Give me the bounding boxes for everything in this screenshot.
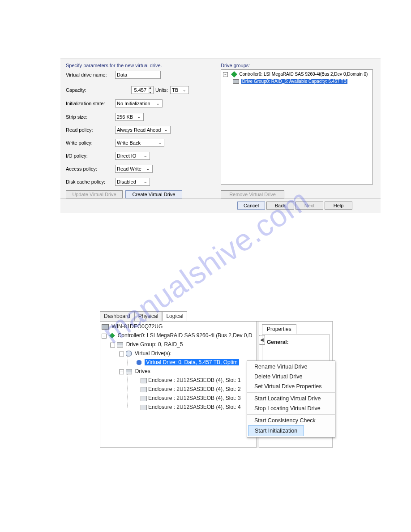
server-icon — [102, 324, 109, 330]
enclosure-icon — [141, 378, 147, 383]
units-label: Units: — [155, 87, 168, 93]
view-tabs: DashboardPhysicalLogical — [100, 311, 333, 322]
tree-host-node[interactable]: WIN-81DEO0Q72UG — [102, 323, 163, 330]
create-virtual-drive-dialog: Specify parameters for the new virtual d… — [60, 58, 381, 213]
cylinder-icon — [126, 351, 132, 356]
read-policy-label: Read policy: — [66, 127, 93, 133]
tab-dashboard[interactable]: Dashboard — [100, 311, 134, 321]
cylinder-icon — [136, 360, 142, 365]
tab-physical[interactable]: Physical — [134, 311, 163, 321]
capacity-spinner[interactable] — [148, 86, 154, 94]
chevron-down-icon: ⌄ — [158, 139, 162, 146]
tree-drive-group-node[interactable]: Drive Group0: RAID_5: Available Capacity… — [233, 79, 347, 84]
virtual-drive-name-field[interactable] — [115, 71, 161, 79]
write-policy-label: Write policy: — [66, 140, 93, 146]
access-policy-label: Access policy: — [66, 166, 97, 172]
tree-drives-node[interactable]: – Drives — [119, 368, 150, 374]
virtual-drive-name-label: Virtual drive name: — [66, 72, 107, 77]
tree-drive-group-node[interactable]: – Drive Group: 0, RAID_5 — [110, 341, 183, 348]
units-select[interactable]: TB⌄ — [170, 86, 189, 94]
init-state-select[interactable]: No Initialization⌄ — [115, 99, 163, 107]
capacity-label: Capacity: — [66, 87, 86, 93]
enclosure-icon — [141, 405, 147, 410]
enclosure-icon — [141, 387, 147, 392]
update-virtual-drive-button[interactable]: Update Virtual Drive — [66, 190, 123, 198]
io-policy-select[interactable]: Direct IO⌄ — [115, 152, 150, 160]
tree-controller-node[interactable]: − Controller0: LSI MegaRAID SAS 9260-4i(… — [223, 72, 368, 77]
help-button[interactable]: Help — [325, 202, 352, 210]
collapse-icon[interactable]: – — [119, 352, 124, 356]
drive-group-icon — [117, 342, 123, 348]
enclosure-icon — [141, 396, 147, 401]
chevron-down-icon: ⌄ — [156, 100, 160, 107]
chevron-down-icon: ⌄ — [144, 178, 147, 185]
chevron-down-icon: ⌄ — [183, 86, 186, 94]
chevron-down-icon: ⌄ — [137, 113, 141, 120]
chevron-down-icon: ⌄ — [164, 126, 168, 133]
tab-properties[interactable]: Properties — [262, 324, 296, 334]
remove-virtual-drive-button[interactable]: Remove Virtual Drive — [221, 190, 284, 198]
tree-enclosure-2[interactable]: Enclosure : 2U12SAS3EOB (4), Slot: 3 — [141, 395, 241, 401]
capacity-field[interactable]: 5.457 — [131, 86, 148, 94]
menu-set-properties[interactable]: Set Virtual Drive Properties — [247, 382, 335, 391]
drive-groups-title: Drive groups: — [221, 63, 250, 68]
diamond-icon — [231, 71, 237, 77]
menu-delete[interactable]: Delete Virtual Drive — [247, 372, 335, 382]
tree-enclosure-0[interactable]: Enclosure : 2U12SAS3EOB (4), Slot: 1 — [141, 377, 241, 383]
collapse-icon[interactable]: − — [223, 72, 228, 77]
io-policy-label: I/O policy: — [66, 153, 88, 159]
tab-logical[interactable]: Logical — [162, 311, 187, 321]
collapse-icon[interactable]: – — [119, 369, 124, 374]
collapse-icon[interactable]: – — [102, 334, 107, 339]
next-button[interactable]: Next — [295, 202, 323, 210]
tree-enclosure-3[interactable]: Enclosure : 2U12SAS3EOB (4), Slot: 4 — [141, 404, 241, 410]
tree-enclosure-1[interactable]: Enclosure : 2U12SAS3EOB (4), Slot: 2 — [141, 386, 241, 392]
back-button[interactable]: Back — [266, 202, 294, 210]
strip-size-select[interactable]: 256 KB⌄ — [115, 113, 144, 121]
create-virtual-drive-button[interactable]: Create Virtual Drive — [125, 190, 182, 198]
virtual-drive-context-menu: Rename Virtual Drive Delete Virtual Driv… — [247, 360, 335, 438]
write-policy-select[interactable]: Write Back⌄ — [115, 139, 164, 147]
disk-cache-label: Disk cache policy: — [66, 179, 105, 184]
menu-stop-locating[interactable]: Stop Locating Virtual Drive — [247, 403, 335, 413]
chevron-down-icon: ⌄ — [146, 165, 150, 172]
general-heading: General: — [267, 339, 289, 345]
read-policy-select[interactable]: Always Read Ahead⌄ — [115, 126, 171, 134]
raid-manager-window: DashboardPhysicalLogical WIN-81DEO0Q72UG… — [100, 311, 333, 448]
tree-controller-node[interactable]: – Controller0: LSI MegaRAID SAS 9260-4i … — [102, 332, 253, 339]
chevron-down-icon: ⌄ — [144, 152, 147, 159]
collapse-icon[interactable]: – — [110, 343, 115, 348]
init-state-label: Initialization state: — [66, 101, 105, 106]
menu-rename[interactable]: Rename Virtual Drive — [247, 362, 335, 372]
menu-start-locating[interactable]: Start Locating Virtual Drive — [247, 392, 335, 403]
logical-tree[interactable]: WIN-81DEO0Q72UG – Controller0: LSI MegaR… — [100, 322, 257, 448]
menu-start-initialization[interactable]: Start Initialization — [248, 425, 304, 436]
diamond-icon — [109, 333, 115, 339]
strip-size-label: Strip size: — [66, 114, 87, 120]
menu-consistency-check[interactable]: Start Consistency Check — [247, 414, 335, 425]
tree-virtual-drives-node[interactable]: – Virtual Drive(s): — [119, 350, 171, 356]
tree-virtual-drive-selected[interactable]: Virtual Drive: 0, Data, 5.457 TB, Optim — [136, 359, 239, 365]
drives-icon — [126, 369, 132, 374]
cancel-button[interactable]: Cancel — [237, 202, 265, 210]
drivegroup-icon — [233, 79, 239, 84]
disk-cache-select[interactable]: Disabled⌄ — [115, 178, 150, 186]
dialog-title-left: Specify parameters for the new virtual d… — [66, 63, 162, 68]
access-policy-select[interactable]: Read Write⌄ — [115, 165, 153, 173]
drive-groups-tree[interactable]: − Controller0: LSI MegaRAID SAS 9260-4i(… — [221, 69, 373, 184]
dialog-button-bar: Cancel Back Next Help — [60, 198, 381, 213]
